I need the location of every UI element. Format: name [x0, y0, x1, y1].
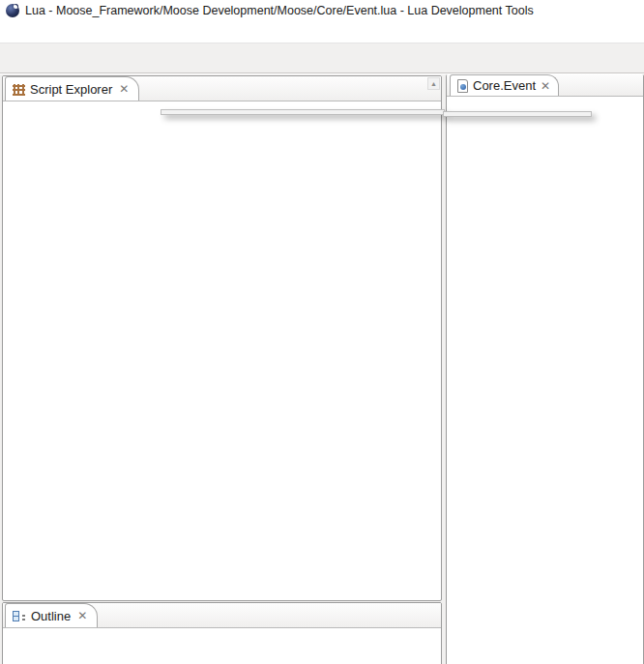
main-toolbar: [0, 43, 644, 73]
ide-window: Lua - Moose_Framework/Moose Development/…: [0, 0, 644, 664]
tab-outline[interactable]: Outline ✕: [5, 603, 98, 627]
app-icon: [6, 4, 19, 17]
tab-label: Core.Event: [473, 78, 536, 93]
tab-script-explorer[interactable]: Script Explorer ✕: [5, 76, 139, 101]
scrollbar-up-icon[interactable]: ▲: [427, 77, 440, 90]
code-editor[interactable]: [447, 97, 643, 664]
outline-header: Outline ✕: [3, 603, 441, 628]
menu-bar: [0, 21, 644, 43]
tab-label: Outline: [31, 609, 71, 623]
editor-tab-bar: Core.Event ✕: [447, 74, 643, 97]
outline-icon: [13, 610, 26, 621]
close-icon[interactable]: ✕: [119, 82, 129, 96]
outline-panel: Outline ✕: [2, 602, 442, 664]
lua-file-icon: [457, 79, 468, 93]
script-explorer-header: Script Explorer ✕: [3, 76, 441, 101]
workbench: Script Explorer ✕ ▲ Outline ✕: [0, 74, 644, 664]
close-icon[interactable]: ✕: [77, 609, 87, 622]
script-explorer-panel: Script Explorer ✕ ▲: [2, 75, 442, 601]
title-bar: Lua - Moose_Framework/Moose Development/…: [0, 0, 644, 21]
tab-core-event[interactable]: Core.Event ✕: [450, 74, 559, 96]
editor-panel: Core.Event ✕: [446, 74, 644, 664]
new-submenu: [443, 111, 592, 117]
close-icon[interactable]: ✕: [541, 79, 550, 93]
script-explorer-icon: [13, 84, 25, 96]
window-title: Lua - Moose_Framework/Moose Development/…: [25, 4, 534, 17]
context-menu: [161, 109, 445, 115]
tab-label: Script Explorer: [30, 82, 112, 97]
